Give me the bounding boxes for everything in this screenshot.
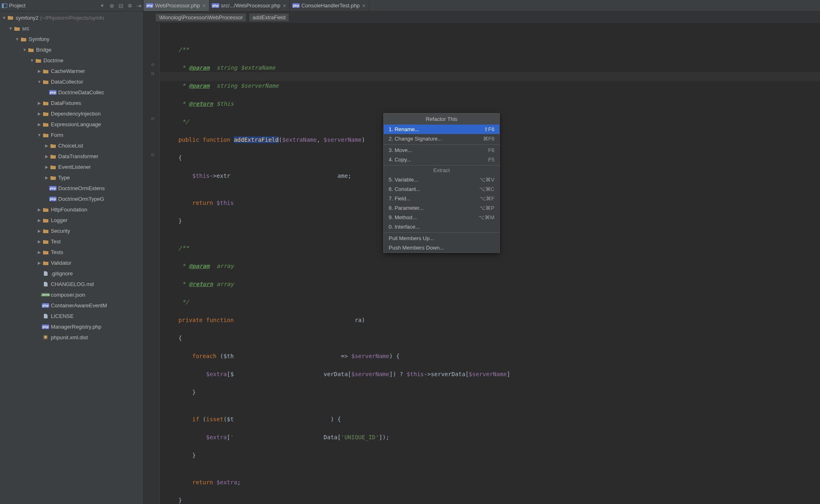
folder-icon [42, 132, 49, 138]
chevron-right-icon[interactable]: ▶ [37, 261, 42, 265]
tree-item[interactable]: ▶Test [0, 236, 143, 247]
tree-item[interactable]: ▼src [0, 23, 143, 34]
chevron-down-icon[interactable]: ▼ [37, 133, 42, 137]
chevron-down-icon[interactable]: ▼ [8, 26, 13, 31]
popup-item[interactable]: 0. Interface... [384, 222, 499, 232]
sidebar-title[interactable]: Project [9, 2, 25, 9]
sidebar-dropdown-icon[interactable]: ▾ [101, 2, 104, 9]
close-icon[interactable]: × [362, 2, 365, 9]
close-icon[interactable]: × [283, 2, 286, 9]
chevron-down-icon[interactable]: ▼ [30, 58, 34, 63]
popup-item[interactable]: 7. Field...⌥⌘F [384, 194, 499, 203]
popup-item-label: 2. Change Signature... [389, 136, 442, 142]
tree-label: DoctrineOrmExtens [58, 185, 105, 191]
tree-item[interactable]: ▶DependencyInjection [0, 108, 143, 119]
chevron-down-icon[interactable]: ▼ [2, 16, 7, 20]
popup-item[interactable]: 1. Rename...⇧F6 [384, 125, 499, 134]
popup-item[interactable]: 4. Copy...F5 [384, 155, 499, 164]
popup-item[interactable]: 6. Constant...⌥⌘C [384, 184, 499, 194]
breadcrumb-item[interactable]: addExtraField [249, 14, 289, 21]
editor-tab[interactable]: phpWebProcessor.php× [144, 0, 210, 11]
tree-item[interactable]: phpContainerAwareEventM [0, 300, 143, 311]
tree-item[interactable]: ▶ExpressionLanguage [0, 119, 143, 129]
tree-item[interactable]: ▶ChoiceList [0, 140, 143, 151]
tree-item[interactable]: ▶Type [0, 172, 143, 183]
chevron-right-icon[interactable]: ▶ [44, 175, 49, 180]
project-sidebar: Project ▾ ⊕ ⊟ ✲ ⇥ ▼ symfony2 (~/Phpstorm… [0, 0, 144, 504]
hide-icon[interactable]: ⇥ [137, 2, 141, 9]
gutter: ⊖ ⊖ ⊖ ⊖ [144, 23, 160, 504]
tree-item[interactable]: ▶EventListener [0, 161, 143, 172]
tree-item[interactable]: ▶CacheWarmer [0, 66, 143, 76]
popup-item[interactable]: 2. Change Signature...⌘F6 [384, 134, 499, 143]
code-area[interactable]: ⊖ ⊖ ⊖ ⊖ /** * @param string $extraName *… [144, 23, 820, 504]
tree-item[interactable]: ▼Bridge [0, 44, 143, 55]
tree-item[interactable]: ▼Symfony [0, 34, 143, 44]
fold-mark-icon[interactable]: ⊖ [151, 152, 155, 157]
chevron-right-icon[interactable]: ▶ [44, 165, 49, 169]
tree-label: Type [58, 175, 70, 181]
gear-icon[interactable]: ✲ [128, 2, 132, 9]
tree-item[interactable]: ▶DataFixtures [0, 98, 143, 108]
chevron-right-icon[interactable]: ▶ [37, 111, 42, 116]
tree-item[interactable]: ▼DataCollector [0, 76, 143, 87]
chevron-down-icon[interactable]: ▼ [37, 79, 42, 84]
close-icon[interactable]: × [203, 2, 206, 9]
folder-icon [34, 57, 42, 64]
tree-item[interactable]: JSONcomposer.json [0, 289, 143, 300]
tree-item[interactable]: LICENSE [0, 311, 143, 321]
tree-item[interactable]: phpDoctrineOrmExtens [0, 183, 143, 193]
popup-shortcut: F6 [488, 147, 494, 153]
chevron-right-icon[interactable]: ▶ [37, 207, 42, 212]
chevron-right-icon[interactable]: ▶ [44, 154, 49, 159]
tree-item[interactable]: CHANGELOG.md [0, 279, 143, 289]
chevron-down-icon[interactable]: ▼ [22, 48, 27, 52]
target-icon[interactable]: ⊕ [109, 2, 114, 9]
chevron-right-icon[interactable]: ▶ [37, 239, 42, 244]
tree-item[interactable]: ▼Form [0, 129, 143, 140]
php-file-icon: php [49, 185, 57, 191]
tree-item[interactable]: ▶Logger [0, 215, 143, 225]
tree-extra: (~/PhpstormProjects/symfo [40, 15, 104, 21]
tree-item[interactable]: phpDoctrineOrmTypeG [0, 193, 143, 204]
chevron-right-icon[interactable]: ▶ [37, 69, 42, 73]
popup-item[interactable]: Push Members Down... [384, 243, 499, 252]
chevron-right-icon[interactable]: ▶ [44, 143, 49, 148]
chevron-right-icon[interactable]: ▶ [37, 218, 42, 222]
popup-item[interactable]: 8. Parameter...⌥⌘P [384, 203, 499, 213]
chevron-right-icon[interactable]: ▶ [37, 250, 42, 254]
breadcrumb-item[interactable]: \Monolog\Processor\WebProcessor [156, 14, 246, 21]
popup-item[interactable]: 3. Move...F6 [384, 145, 499, 155]
fold-mark-icon[interactable]: ⊖ [151, 62, 155, 67]
code-editor[interactable]: /** * @param string $extraName * @param … [160, 23, 820, 504]
collapse-icon[interactable]: ⊟ [118, 2, 123, 9]
fold-mark-icon[interactable]: ⊖ [151, 116, 155, 121]
refactor-popup: Refactor This 1. Rename...⇧F62. Change S… [383, 113, 500, 253]
chevron-right-icon[interactable]: ▶ [37, 122, 42, 127]
tree-item[interactable]: .gitignore [0, 268, 143, 279]
tree-item[interactable]: ▶Tests [0, 247, 143, 257]
editor-tab[interactable]: phpConsoleHandlerTest.php× [290, 0, 369, 11]
tree-item[interactable]: ⚙phpunit.xml.dist [0, 332, 143, 343]
folder-icon [42, 110, 49, 117]
chevron-right-icon[interactable]: ▶ [37, 101, 42, 105]
tree-item[interactable]: phpDoctrineDataCollec [0, 87, 143, 98]
tree-item[interactable]: ▶DataTransformer [0, 151, 143, 161]
popup-item[interactable]: Pull Members Up... [384, 234, 499, 243]
chevron-down-icon[interactable]: ▼ [15, 37, 20, 41]
tree-item[interactable]: ▶HttpFoundation [0, 204, 143, 215]
tree-item[interactable]: ▶Security [0, 225, 143, 236]
tree-item[interactable]: phpManagerRegistry.php [0, 321, 143, 332]
popup-item[interactable]: 9. Method...⌥⌘M [384, 213, 499, 222]
editor-tab[interactable]: phpsrc/.../WebProcessor.php× [210, 0, 290, 11]
chevron-right-icon[interactable]: ▶ [37, 229, 42, 233]
tree-item[interactable]: ▶Validator [0, 257, 143, 268]
folder-icon [42, 78, 49, 85]
project-tree[interactable]: ▼ symfony2 (~/PhpstormProjects/symfo ▼sr… [0, 11, 143, 504]
tree-root[interactable]: ▼ symfony2 (~/PhpstormProjects/symfo [0, 12, 143, 23]
tree-item[interactable]: ▼Doctrine [0, 55, 143, 66]
folder-icon [13, 25, 20, 32]
breadcrumb: \Monolog\Processor\WebProcessor addExtra… [144, 11, 820, 23]
fold-mark-icon[interactable]: ⊖ [151, 71, 155, 76]
popup-item[interactable]: 5. Variable...⌥⌘V [384, 175, 499, 184]
